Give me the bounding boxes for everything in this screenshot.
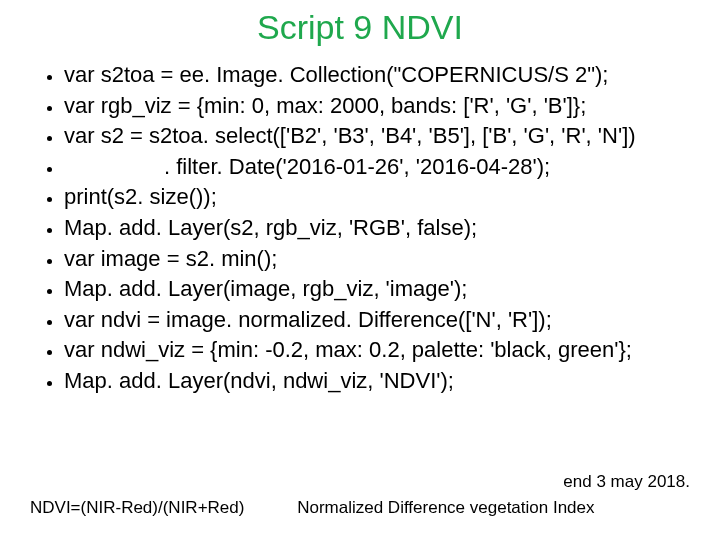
code-line: var image = s2. min(); xyxy=(64,245,690,276)
code-line: Map. add. Layer(s2, rgb_viz, 'RGB', fals… xyxy=(64,214,690,245)
code-line: . filter. Date('2016-01-26', '2016-04-28… xyxy=(64,153,690,184)
slide: Script 9 NDVI var s2toa = ee. Image. Col… xyxy=(0,0,720,540)
footer-caption: Normalized Difference vegetation Index xyxy=(297,498,594,518)
footer: end 3 may 2018. NDVI=(NIR-Red)/(NIR+Red)… xyxy=(30,498,690,518)
slide-title: Script 9 NDVI xyxy=(30,8,690,47)
code-line: Map. add. Layer(ndvi, ndwi_viz, 'NDVI'); xyxy=(64,367,690,398)
code-line: var s2 = s2toa. select(['B2', 'B3', 'B4'… xyxy=(64,122,690,153)
code-line-indent: . filter. Date('2016-01-26', '2016-04-28… xyxy=(64,153,550,182)
code-line: var rgb_viz = {min: 0, max: 2000, bands:… xyxy=(64,92,690,123)
footer-date: end 3 may 2018. xyxy=(563,472,690,492)
code-list: var s2toa = ee. Image. Collection("COPER… xyxy=(30,61,690,398)
code-line: var s2toa = ee. Image. Collection("COPER… xyxy=(64,61,690,92)
footer-formula: NDVI=(NIR-Red)/(NIR+Red) xyxy=(30,498,244,518)
code-line: Map. add. Layer(image, rgb_viz, 'image')… xyxy=(64,275,690,306)
code-line: var ndwi_viz = {min: -0.2, max: 0.2, pal… xyxy=(64,336,690,367)
code-line: var ndvi = image. normalized. Difference… xyxy=(64,306,690,337)
code-line: print(s2. size()); xyxy=(64,183,690,214)
